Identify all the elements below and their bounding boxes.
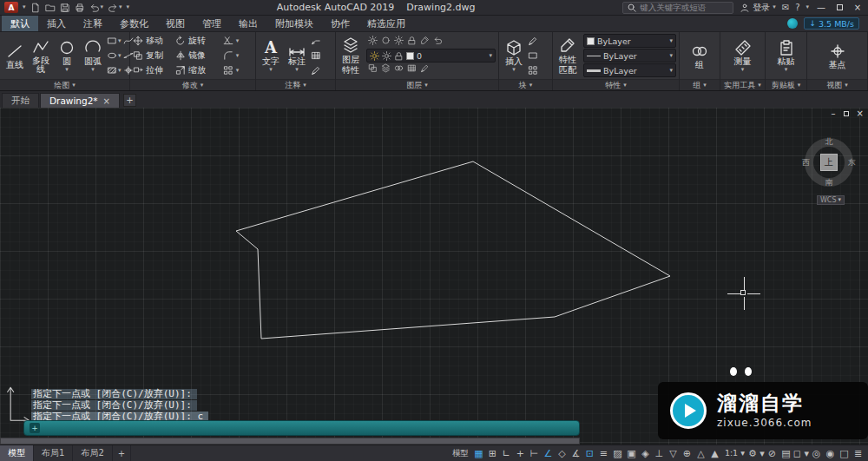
object-snap-icon[interactable]: ⊡ [583, 449, 596, 458]
command-input[interactable] [45, 421, 574, 435]
search-input[interactable] [640, 3, 729, 12]
layer-delete-button[interactable] [420, 63, 430, 76]
ribbon-tab-8[interactable]: 附加模块 [266, 16, 322, 31]
layer-properties-button[interactable]: 图层特性 [339, 36, 363, 75]
autocad-logo-button[interactable]: A [4, 2, 18, 13]
drawn-polygon[interactable] [236, 161, 670, 339]
layer-state-button[interactable] [381, 63, 391, 76]
dynamic-ucs-icon[interactable]: ⊥ [653, 449, 666, 458]
layer-walk-button[interactable] [368, 63, 378, 76]
layer-select-dropdown[interactable]: 0 ▾ [366, 49, 496, 63]
paste-button[interactable]: 粘贴▾ [774, 39, 799, 73]
file-tab-start[interactable]: 开始 [2, 93, 39, 108]
annotation-visibility-icon[interactable]: △ [694, 449, 707, 458]
fillet-button[interactable]: ▾ [218, 50, 244, 61]
new-drawing-tab-button[interactable]: + [123, 94, 136, 107]
viewcube-top-face[interactable]: 上 [820, 154, 838, 171]
viewcube-west[interactable]: 西 [802, 157, 810, 168]
annotation-scale-button[interactable]: 1:1 ▾ [722, 449, 747, 458]
workspace-switching-icon[interactable]: ⚙ ▾ [748, 449, 765, 458]
horizontal-scrollbar[interactable] [0, 438, 580, 445]
group-button[interactable]: 组 [687, 43, 712, 69]
ribbon-tab-7[interactable]: 输出 [230, 16, 266, 31]
lineweight-display-icon[interactable]: ≡ [597, 449, 610, 458]
layout-tab-2[interactable]: 布局1 [34, 445, 73, 461]
circle-button[interactable]: 圆▾ [55, 39, 79, 73]
clean-screen-icon[interactable]: □ [838, 449, 851, 458]
panel-label-modify[interactable]: 修改▾ [130, 79, 255, 90]
copy-button[interactable]: 复制 [133, 49, 174, 62]
restore-button[interactable] [833, 3, 845, 12]
line-button[interactable]: 直线 [3, 43, 27, 69]
connect-cloud-icon[interactable] [787, 18, 798, 29]
quick-properties-icon[interactable]: ▤ [779, 449, 792, 458]
stretch-button[interactable]: 拉伸 [133, 64, 174, 76]
help-caret-icon[interactable]: ▾ [806, 4, 809, 10]
command-bar[interactable]: + [23, 420, 580, 436]
redo-button[interactable]: ▾ [108, 3, 122, 13]
base-view-button[interactable]: 基点 [825, 43, 850, 69]
drawing-area[interactable]: – × 北 西 东 南 上 WCS▾ 指定下一点或 [闭合(C)/放弃(U)]:… [0, 108, 868, 445]
undo-button[interactable]: ▾ [89, 3, 104, 13]
viewcube[interactable]: 北 西 东 南 上 [802, 135, 856, 189]
infer-constraints-icon[interactable]: ∟ [500, 449, 513, 458]
customization-icon[interactable]: ≣ [852, 449, 865, 458]
layer-freeze-button[interactable] [394, 36, 404, 48]
lineweight-dropdown[interactable]: ByLayer▾ [583, 63, 676, 77]
scale-button[interactable]: 缩放 [175, 64, 216, 76]
hatch-tool-button[interactable]: ▾ [107, 64, 122, 77]
move-button[interactable]: 移动 [133, 35, 174, 47]
viewcube-south[interactable]: 南 [825, 177, 833, 188]
ribbon-tab-2[interactable]: 插入 [38, 16, 75, 31]
viewport-restore-icon[interactable] [844, 109, 849, 118]
multileader-button[interactable] [311, 35, 321, 48]
viewport-minimize-icon[interactable]: – [832, 109, 836, 118]
layout-tab-3[interactable]: 布局2 [73, 445, 112, 461]
rotate-button[interactable]: 旋转 [175, 35, 216, 47]
signin-button[interactable]: 登录 ▾ [740, 2, 776, 14]
close-button[interactable]: × [852, 3, 864, 12]
selection-filtering-icon[interactable]: ▽ [667, 449, 680, 458]
panel-label-utilities[interactable]: 实用工具▾ [720, 79, 765, 90]
viewcube-east[interactable]: 东 [848, 157, 856, 168]
measure-button[interactable]: 测量▾ [731, 39, 755, 73]
dynamic-input-icon[interactable]: + [514, 449, 527, 458]
open-file-button[interactable] [45, 3, 56, 13]
ellipse-tool-button[interactable]: ▾ [107, 49, 122, 63]
ribbon-tab-6[interactable]: 管理 [194, 16, 230, 31]
polar-tracking-icon[interactable]: ∠ [542, 449, 555, 458]
plot-button[interactable] [75, 3, 85, 13]
panel-label-layers[interactable]: 图层▾ [336, 79, 498, 90]
ribbon-tab-9[interactable]: 协作 [322, 16, 358, 31]
wcs-menu[interactable]: WCS▾ [817, 195, 845, 205]
isolate-objects-icon[interactable]: ◎ [810, 449, 823, 458]
ortho-mode-icon[interactable]: ⊢ [528, 449, 541, 458]
lock-ui-icon[interactable]: ◻ ▾ [793, 449, 809, 458]
layer-previous-button[interactable] [433, 36, 443, 48]
help-button[interactable]: ? [795, 3, 799, 12]
app-menu-caret-icon[interactable]: ▾ [23, 4, 26, 10]
match-properties-button[interactable]: 特性匹配 [556, 36, 580, 75]
layer-isolate-button[interactable] [381, 36, 391, 48]
panel-label-draw[interactable]: 绘图▾ [0, 79, 129, 90]
layer-lock-button[interactable] [407, 36, 417, 48]
panel-label-groups[interactable]: 组▾ [680, 79, 720, 90]
notifications-icon[interactable]: ✉ [782, 3, 789, 12]
panel-label-annotate[interactable]: 注释▾ [256, 79, 335, 90]
model-space-button[interactable]: 模型 [450, 449, 471, 458]
layer-off-button[interactable] [368, 36, 378, 48]
hardware-acceleration-icon[interactable]: ◉ [824, 449, 837, 458]
annotation-monitor-icon[interactable]: ⊘ [766, 449, 779, 458]
trim-button[interactable]: ▾ [218, 36, 244, 46]
3d-object-snap-icon[interactable]: ◈ [639, 449, 652, 458]
minimize-button[interactable]: — [815, 3, 827, 12]
table-button[interactable] [311, 49, 321, 63]
panel-label-clipboard[interactable]: 剪贴板▾ [766, 79, 806, 90]
edit-block-button[interactable] [528, 35, 538, 48]
mirror-button[interactable]: 镜像 [175, 49, 216, 62]
panel-label-view[interactable]: 视图▾ [807, 79, 867, 90]
object-snap-tracking-icon[interactable]: ∡ [569, 449, 582, 458]
text-button[interactable]: A文字▾ [259, 39, 283, 73]
viewport-close-icon[interactable]: × [857, 109, 864, 118]
command-customize-icon[interactable]: + [30, 423, 40, 433]
